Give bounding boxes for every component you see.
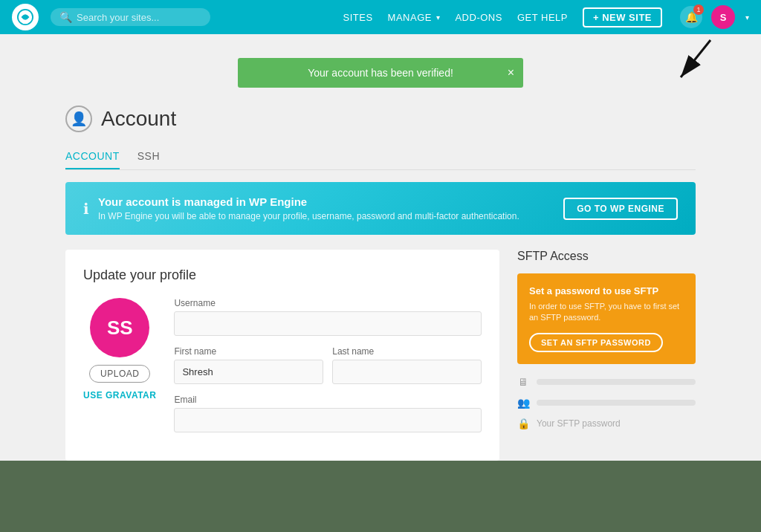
sftp-username-item: 👥 [517,397,696,409]
lastname-label: Last name [332,346,482,357]
close-banner-button[interactable]: × [508,66,514,80]
tab-account[interactable]: ACCOUNT [65,144,120,169]
lastname-group: Last name [332,346,482,384]
sftp-box-title: Set a password to use SFTP [529,285,684,296]
firstname-input[interactable] [174,360,323,384]
username-label: Username [174,298,482,308]
sftp-password-item: 🔒 Your SFTP password [517,418,696,429]
profile-card-title: Update your profile [83,267,482,283]
set-sftp-password-button[interactable]: SET AN SFTP PASSWORD [529,333,663,352]
success-message: Your account has been verified! [308,67,453,79]
logo[interactable] [12,4,39,30]
header-icons: 🔔 1 S ▾ [680,5,749,29]
wpe-banner: ℹ Your account is managed in WP Engine I… [65,182,696,235]
page-title: Account [101,107,176,131]
nav-manage[interactable]: MANAGE ▾ [388,12,441,23]
page-user-icon: 👤 [65,106,92,132]
success-banner: Your account has been verified! × [238,58,523,88]
nav-get-help[interactable]: GET HELP [517,12,568,23]
wpe-banner-text: Your account is managed in WP Engine In … [98,195,554,221]
tab-ssh[interactable]: SSH [137,144,160,169]
user-menu-chevron-icon: ▾ [745,13,749,22]
search-bar[interactable]: 🔍 [51,8,210,26]
users-icon: 👥 [517,397,529,409]
profile-card: Update your profile SS UPLOAD USE GRAVAT… [65,250,499,461]
main-nav: SITES MANAGE ▾ ADD-ONS GET HELP + NEW SI… [343,7,662,27]
go-to-wpe-button[interactable]: GO TO WP ENGINE [563,198,678,220]
monitor-icon: 🖥 [517,376,529,388]
main-content: 👤 Account ACCOUNT SSH ℹ Your account is … [54,106,707,461]
profile-form: Username First name Last name [174,298,482,443]
bottom-section [0,461,761,532]
username-value-bar [537,400,696,406]
profile-body: SS UPLOAD USE GRAVATAR Username [83,298,482,443]
search-icon: 🔍 [59,11,72,23]
sftp-info-list: 🖥 👥 🔒 Your SFTP password [517,376,696,429]
avatar: SS [90,298,149,357]
user-icon: 👤 [71,111,87,127]
firstname-label: First name [174,346,323,357]
nav-sites[interactable]: SITES [343,12,373,23]
page-header: 👤 Account [65,106,696,132]
info-icon: ℹ [83,200,89,218]
username-group: Username [174,298,482,336]
wpe-banner-title: Your account is managed in WP Engine [98,195,554,208]
user-avatar[interactable]: S [711,5,735,29]
sftp-password-box: Set a password to use SFTP In order to u… [517,273,696,364]
new-site-button[interactable]: + NEW SITE [583,7,662,27]
server-value-bar [537,379,696,385]
search-input[interactable] [77,12,201,23]
sftp-password-label: Your SFTP password [537,418,621,429]
sftp-box-description: In order to use SFTP, you have to first … [529,301,684,324]
avatar-section: SS UPLOAD USE GRAVATAR [83,298,156,443]
name-row: First name Last name [174,346,482,395]
notification-badge: 1 [693,4,704,15]
success-banner-wrapper: Your account has been verified! × [0,34,761,88]
lastname-input[interactable] [332,360,482,384]
nav-addons[interactable]: ADD-ONS [455,12,502,23]
tabs: ACCOUNT SSH [65,144,696,170]
wpe-banner-description: In WP Engine you will be able to manage … [98,211,554,221]
lower-section: Update your profile SS UPLOAD USE GRAVAT… [65,250,696,461]
username-input[interactable] [174,311,482,336]
upload-button[interactable]: UPLOAD [89,365,150,383]
chevron-down-icon: ▾ [436,13,441,22]
firstname-group: First name [174,346,323,384]
lock-icon: 🔒 [517,418,529,429]
email-label: Email [174,395,482,405]
header: 🔍 SITES MANAGE ▾ ADD-ONS GET HELP + NEW … [0,0,761,34]
notifications-button[interactable]: 🔔 1 [680,6,702,28]
gravatar-link[interactable]: USE GRAVATAR [83,390,156,400]
sftp-card: SFTP Access Set a password to use SFTP I… [517,250,696,461]
sftp-server-item: 🖥 [517,376,696,388]
sftp-title: SFTP Access [517,250,696,263]
email-input[interactable] [174,408,482,432]
email-group: Email [174,395,482,432]
